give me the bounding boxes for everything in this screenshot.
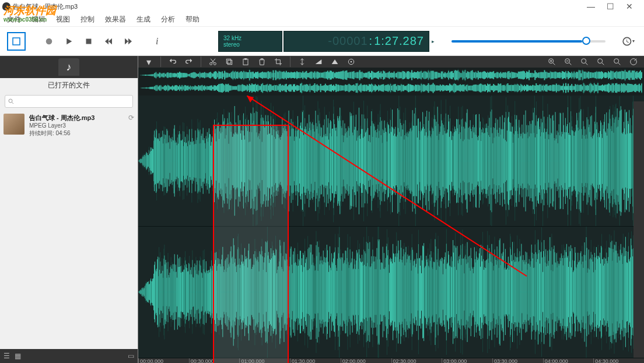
svg-point-8 xyxy=(9,99,12,103)
redo-button[interactable] xyxy=(183,56,195,68)
file-duration: 持续时间: 04:56 xyxy=(29,129,94,137)
history-button[interactable]: ▾ xyxy=(618,32,637,51)
svg-point-30 xyxy=(582,59,586,64)
list-view-icon[interactable]: ☰ xyxy=(4,352,10,360)
svg-marker-19 xyxy=(316,59,322,64)
svg-marker-20 xyxy=(332,59,338,64)
ruler-tick: 04:00.000 xyxy=(543,358,594,363)
volume-slider[interactable] xyxy=(440,40,617,43)
file-info: 告白气球 - 周杰伦.mp3 MPEG Layer3 持续时间: 04:56 xyxy=(29,114,94,137)
menu-help[interactable]: 帮助 xyxy=(186,15,200,24)
cut-button[interactable] xyxy=(207,56,219,68)
rewind-button[interactable] xyxy=(99,32,118,51)
time-display: -00001:1:27.287 xyxy=(284,31,429,52)
play-button[interactable] xyxy=(60,32,78,51)
window-controls: — ☐ ✕ xyxy=(587,2,642,11)
delete-button[interactable] xyxy=(256,56,268,68)
zoom-vertical-button[interactable] xyxy=(611,56,623,68)
window-title: 告白气球 - 周杰伦.mp3 xyxy=(13,2,78,11)
ruler-tick: 02:30.000 xyxy=(391,358,442,363)
sample-rate-label: 32 kHz xyxy=(223,35,277,41)
time-decimal-dim: -00001 xyxy=(328,34,368,48)
select-tool-button[interactable] xyxy=(7,32,26,51)
svg-line-31 xyxy=(586,63,587,65)
loop-icon[interactable]: ⟳ xyxy=(128,114,134,137)
fade-button[interactable] xyxy=(313,56,324,68)
maximize-button[interactable]: ☐ xyxy=(607,2,614,11)
workspace: ♪ 已打开的文件 告白气球 - 周杰伦.mp3 MPEG Layer3 持续时间… xyxy=(0,56,644,363)
crop-button[interactable] xyxy=(272,56,284,68)
svg-point-1 xyxy=(46,38,52,44)
editor-area: ▾ xyxy=(138,56,644,363)
forward-button[interactable] xyxy=(119,32,138,51)
paste-button[interactable] xyxy=(240,56,251,68)
audio-info-box: 32 kHz stereo xyxy=(218,31,282,52)
stop-button[interactable] xyxy=(79,32,98,51)
menu-effects[interactable]: 效果器 xyxy=(105,15,126,24)
panel-toggle-icon[interactable]: ▭ xyxy=(128,352,134,360)
ruler-tick: 02:00.000 xyxy=(341,358,391,363)
menu-control[interactable]: 控制 xyxy=(80,15,94,24)
copy-button[interactable] xyxy=(223,56,235,68)
normalize-button[interactable] xyxy=(329,56,341,68)
amplitude-ruler xyxy=(634,101,644,358)
time-main: 1:27.287 xyxy=(374,34,424,48)
svg-point-32 xyxy=(598,59,603,64)
zoom-out-button[interactable] xyxy=(562,56,574,68)
titlebar: 告白气球 - 周杰伦.mp3 — ☐ ✕ xyxy=(0,0,644,13)
ruler-tick: 03:00.000 xyxy=(442,358,492,363)
svg-rect-0 xyxy=(13,38,20,45)
svg-marker-2 xyxy=(66,38,72,44)
selection-region[interactable] xyxy=(213,125,289,363)
info-button[interactable]: i xyxy=(152,32,170,51)
record-button[interactable] xyxy=(40,32,58,51)
close-button[interactable]: ✕ xyxy=(626,2,633,11)
main-toolbar: i 32 kHz stereo -00001:1:27.287 ▸ ▾ xyxy=(0,27,644,56)
svg-rect-3 xyxy=(86,38,92,44)
svg-marker-5 xyxy=(108,38,112,44)
time-unit-toggle[interactable]: ▸ xyxy=(432,38,439,44)
svg-marker-6 xyxy=(125,38,128,44)
svg-line-28 xyxy=(569,63,571,65)
overview-waveform[interactable] xyxy=(138,68,644,96)
menu-file[interactable]: 文件 xyxy=(7,15,21,24)
svg-rect-14 xyxy=(228,60,232,64)
marker-button[interactable] xyxy=(628,56,639,68)
app-icon xyxy=(2,2,10,10)
undo-button[interactable] xyxy=(167,56,178,68)
waveform-editor[interactable] xyxy=(138,96,644,358)
grid-view-icon[interactable]: ▦ xyxy=(15,352,21,360)
search-icon xyxy=(8,98,15,105)
file-list-item[interactable]: 告白气球 - 周杰伦.mp3 MPEG Layer3 持续时间: 04:56 ⟳ xyxy=(0,110,138,140)
sidebar: ♪ 已打开的文件 告白气球 - 周杰伦.mp3 MPEG Layer3 持续时间… xyxy=(0,56,138,363)
ruler-tick: 01:30.000 xyxy=(290,358,341,363)
svg-point-22 xyxy=(351,61,352,63)
search-field[interactable] xyxy=(15,98,130,105)
svg-marker-7 xyxy=(128,38,132,44)
effect-button[interactable] xyxy=(345,56,357,68)
svg-rect-17 xyxy=(244,58,247,60)
zoom-selection-button[interactable] xyxy=(579,56,590,68)
zoom-in-button[interactable] xyxy=(546,56,558,68)
file-thumbnail xyxy=(4,114,24,135)
menu-generate[interactable]: 生成 xyxy=(136,15,150,24)
menu-analyze[interactable]: 分析 xyxy=(161,15,175,24)
menu-view[interactable]: 视图 xyxy=(56,15,70,24)
files-tab[interactable]: ♪ xyxy=(58,58,79,76)
file-codec: MPEG Layer3 xyxy=(29,122,94,129)
svg-point-34 xyxy=(614,59,619,64)
zoom-fit-button[interactable] xyxy=(595,56,607,68)
menu-edit[interactable]: 编辑 xyxy=(32,15,46,24)
menubar: 文件 编辑 视图 控制 效果器 生成 分析 帮助 xyxy=(0,13,644,27)
svg-rect-15 xyxy=(226,59,230,63)
search-input[interactable] xyxy=(5,95,133,108)
minimize-button[interactable]: — xyxy=(587,2,595,11)
track-dropdown[interactable]: ▾ xyxy=(143,56,155,68)
sidebar-tabs: ♪ xyxy=(0,56,138,78)
sidebar-statusbar: ☰ ▦ ▭ xyxy=(0,349,138,363)
svg-line-24 xyxy=(553,63,555,65)
sidebar-title: 已打开的文件 xyxy=(0,78,138,93)
svg-line-35 xyxy=(618,63,620,65)
insert-silence-button[interactable] xyxy=(296,56,308,68)
editor-toolbar: ▾ xyxy=(138,56,644,68)
